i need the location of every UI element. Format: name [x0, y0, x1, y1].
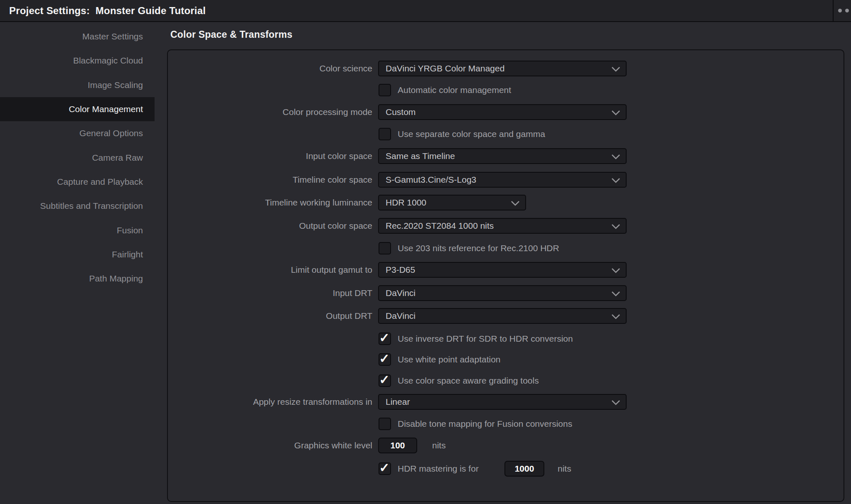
apply-resize-transformations-dropdown[interactable]: Linear: [378, 394, 627, 410]
setting-row-color-space-aware-grading: ✓ Use color space aware grading tools: [0, 373, 851, 389]
checkbox-label: HDR mastering is for: [398, 461, 479, 477]
use-203-nits-reference-checkbox[interactable]: [379, 242, 391, 254]
setting-row-color-science: Color science DaVinci YRGB Color Managed: [0, 61, 851, 76]
hdr-mastering-nits-input[interactable]: 1000: [504, 461, 544, 477]
setting-row-apply-resize-transformations: Apply resize transformations in Linear: [0, 394, 851, 410]
checkbox-label: Disable tone mapping for Fusion conversi…: [398, 416, 572, 432]
dropdown-value: Linear: [379, 397, 626, 407]
window-title: Project Settings: Monster Guide Tutorial: [9, 0, 206, 21]
disable-tone-mapping-checkbox[interactable]: [379, 418, 391, 430]
dot-icon: [845, 9, 849, 12]
field-label: Limit output gamut to: [0, 262, 372, 278]
field-label: Output color space: [0, 218, 372, 234]
use-white-point-adaptation-checkbox[interactable]: ✓: [379, 353, 391, 366]
chevron-down-icon: [611, 154, 620, 160]
dropdown-value: DaVinci YRGB Color Managed: [379, 64, 626, 73]
setting-row-separate-color-space: Use separate color space and gamma: [0, 126, 851, 142]
input-drt-dropdown[interactable]: DaVinci: [378, 285, 627, 301]
checkbox-label: Automatic color management: [398, 82, 511, 98]
dropdown-value: Rec.2020 ST2084 1000 nits: [379, 221, 626, 231]
setting-row-inverse-drt: ✓ Use inverse DRT for SDR to HDR convers…: [0, 331, 851, 347]
setting-row-input-color-space: Input color space Same as Timeline: [0, 148, 851, 164]
output-drt-dropdown[interactable]: DaVinci: [378, 308, 627, 324]
automatic-color-management-checkbox[interactable]: [379, 84, 391, 96]
setting-row-output-drt: Output DRT DaVinci: [0, 308, 851, 324]
checkbox-label: Use 203 nits reference for Rec.2100 HDR: [398, 240, 559, 256]
checkmark-icon: ✓: [379, 374, 389, 386]
field-label: Timeline color space: [0, 172, 372, 188]
field-label: Color science: [0, 61, 372, 76]
sidebar-item-master-settings[interactable]: Master Settings: [0, 24, 155, 49]
dropdown-value: S-Gamut3.Cine/S-Log3: [379, 175, 626, 185]
setting-row-automatic-color-management: Automatic color management: [0, 82, 851, 98]
setting-row-timeline-working-luminance: Timeline working luminance HDR 1000: [0, 195, 851, 210]
input-color-space-dropdown[interactable]: Same as Timeline: [378, 148, 627, 164]
checkbox-label: Use white point adaptation: [398, 352, 501, 367]
setting-row-disable-tone-mapping: Disable tone mapping for Fusion conversi…: [0, 416, 851, 432]
chevron-down-icon: [611, 178, 620, 183]
color-science-dropdown[interactable]: DaVinci YRGB Color Managed: [378, 61, 627, 76]
chevron-down-icon: [611, 224, 620, 230]
checkmark-icon: ✓: [379, 332, 389, 344]
limit-output-gamut-dropdown[interactable]: P3-D65: [378, 262, 627, 278]
field-label: Timeline working luminance: [0, 195, 372, 210]
dropdown-value: DaVinci: [379, 288, 626, 298]
field-label: Input DRT: [0, 285, 372, 301]
setting-row-graphics-white-level: Graphics white level 100 nits: [0, 438, 851, 453]
setting-row-color-processing-mode: Color processing mode Custom: [0, 104, 851, 120]
checkbox-label: Use separate color space and gamma: [398, 126, 545, 142]
field-label: Output DRT: [0, 308, 372, 324]
setting-row-white-point-adaptation: ✓ Use white point adaptation: [0, 352, 851, 367]
color-space-aware-grading-checkbox[interactable]: ✓: [379, 374, 391, 387]
timeline-color-space-dropdown[interactable]: S-Gamut3.Cine/S-Log3: [378, 172, 627, 188]
units-label: nits: [558, 461, 571, 477]
hdr-mastering-checkbox[interactable]: ✓: [379, 462, 391, 475]
section-header: Color Space & Transforms: [170, 29, 293, 40]
chevron-down-icon: [611, 66, 620, 72]
timeline-working-luminance-dropdown[interactable]: HDR 1000: [378, 195, 526, 210]
use-separate-color-space-and-gamma-checkbox[interactable]: [379, 128, 391, 140]
more-options-icon[interactable]: [836, 0, 851, 21]
chevron-down-icon: [611, 268, 620, 274]
dropdown-value: Custom: [379, 107, 626, 117]
dropdown-value: Same as Timeline: [379, 151, 626, 161]
checkmark-icon: ✓: [379, 462, 389, 474]
field-label: Graphics white level: [0, 438, 372, 453]
chevron-down-icon: [611, 291, 620, 297]
chevron-down-icon: [511, 201, 520, 206]
checkmark-icon: ✓: [379, 352, 389, 365]
checkbox-label: Use inverse DRT for SDR to HDR conversio…: [398, 331, 573, 347]
setting-row-limit-output-gamut: Limit output gamut to P3-D65: [0, 262, 851, 278]
dropdown-value: DaVinci: [379, 311, 626, 321]
field-label: Input color space: [0, 148, 372, 164]
chevron-down-icon: [611, 400, 620, 406]
dropdown-value: P3-D65: [379, 265, 626, 275]
chevron-down-icon: [611, 314, 620, 320]
units-label: nits: [432, 438, 446, 453]
setting-row-203-nits-reference: Use 203 nits reference for Rec.2100 HDR: [0, 240, 851, 256]
use-inverse-drt-checkbox[interactable]: ✓: [379, 333, 391, 345]
field-label: Apply resize transformations in: [0, 394, 372, 410]
checkbox-label: Use color space aware grading tools: [398, 373, 539, 389]
setting-row-hdr-mastering: ✓ HDR mastering is for 1000 nits: [0, 461, 851, 477]
output-color-space-dropdown[interactable]: Rec.2020 ST2084 1000 nits: [378, 218, 627, 234]
color-processing-mode-dropdown[interactable]: Custom: [378, 104, 627, 120]
title-bar: Project Settings: Monster Guide Tutorial: [0, 0, 851, 22]
setting-row-input-drt: Input DRT DaVinci: [0, 285, 851, 301]
dot-icon: [838, 9, 842, 12]
graphics-white-level-input[interactable]: 100: [378, 438, 417, 453]
field-label: Color processing mode: [0, 104, 372, 120]
setting-row-output-color-space: Output color space Rec.2020 ST2084 1000 …: [0, 218, 851, 234]
setting-row-timeline-color-space: Timeline color space S-Gamut3.Cine/S-Log…: [0, 172, 851, 188]
titlebar-divider: [833, 0, 834, 21]
dropdown-value: HDR 1000: [379, 198, 525, 208]
chevron-down-icon: [611, 110, 620, 116]
